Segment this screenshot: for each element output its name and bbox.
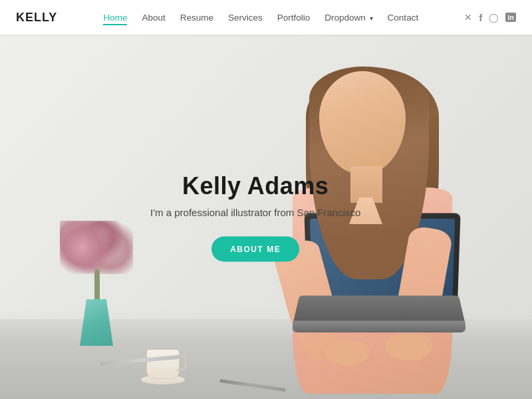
twitter-icon[interactable]: ✕ [464,12,472,23]
plant-stem [94,269,100,303]
plant-flowers [60,221,133,274]
vase [80,299,113,346]
nav-link-dropdown[interactable]: Dropdown ▾ [325,13,372,23]
chevron-down-icon: ▾ [370,15,373,22]
flower-bunch [60,221,133,274]
hero-subtitle: I'm a professional illustrator from San … [150,207,360,218]
nav-link-services[interactable]: Services [228,13,263,23]
hand-left [386,334,432,360]
instagram-icon[interactable]: ◯ [489,13,499,23]
nav-item-services[interactable]: Services [228,11,263,23]
nav-item-contact[interactable]: Contact [388,11,419,23]
linkedin-icon[interactable]: in [505,13,516,22]
coffee-cup [146,349,180,379]
social-icons: ✕ f ◯ in [464,12,516,23]
nav-link-home[interactable]: Home [103,13,127,25]
hand-right [326,340,369,366]
about-me-button[interactable]: ABOUT ME [211,237,299,262]
nav-item-dropdown[interactable]: Dropdown ▾ [325,11,372,23]
nav-link-portfolio[interactable]: Portfolio [277,13,311,23]
nav-link-contact[interactable]: Contact [388,13,419,23]
navbar: KELLY Home About Resume Services Portfol… [0,0,532,35]
plant-vase [80,299,113,346]
facebook-icon[interactable]: f [479,12,482,23]
nav-item-portfolio[interactable]: Portfolio [277,11,311,23]
hero-name: Kelly Adams [150,172,360,200]
nav-link-about[interactable]: About [142,13,165,23]
hero-section: Kelly Adams I'm a professional illustrat… [0,35,532,399]
brand-logo[interactable]: KELLY [16,11,57,25]
nav-item-resume[interactable]: Resume [180,11,213,23]
laptop-base [292,321,466,332]
nav-item-about[interactable]: About [142,11,165,23]
nav-links: Home About Resume Services Portfolio Dro… [103,11,418,23]
hero-content: Kelly Adams I'm a professional illustrat… [150,172,360,262]
nav-item-home[interactable]: Home [103,11,127,23]
nav-link-resume[interactable]: Resume [180,13,213,23]
